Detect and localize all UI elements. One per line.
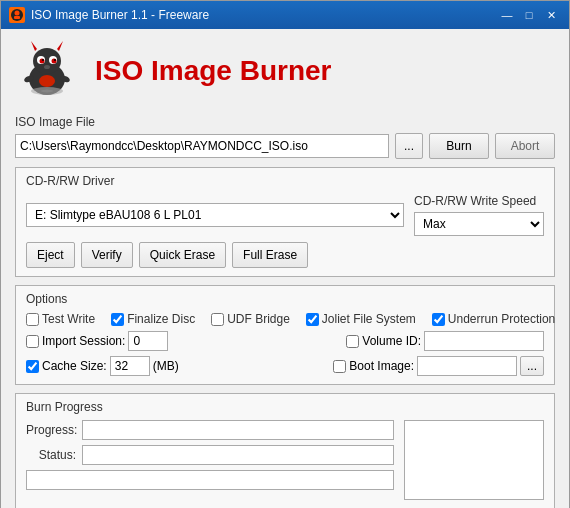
burn-log-area: [404, 420, 544, 500]
cache-size-unit: (MB): [153, 359, 179, 373]
burn-progress-label: Burn Progress: [26, 400, 544, 414]
svg-point-13: [44, 65, 50, 69]
driver-select[interactable]: E: Slimtype eBAU108 6 L PL01: [26, 203, 404, 227]
underrun-label: Underrun Protection: [448, 312, 555, 326]
import-session-label: Import Session:: [42, 334, 125, 348]
maximize-button[interactable]: □: [519, 7, 539, 23]
header-area: ISO Image Burner: [15, 39, 555, 103]
iso-label: ISO Image File: [15, 115, 555, 129]
test-write-checkbox[interactable]: [26, 313, 39, 326]
joliet-label: Joliet File System: [322, 312, 416, 326]
iso-section: ISO Image File ... Burn Abort: [15, 115, 555, 159]
eject-row: Eject Verify Quick Erase Full Erase: [26, 242, 544, 268]
iso-row: ... Burn Abort: [15, 133, 555, 159]
svg-point-1: [15, 11, 20, 16]
svg-marker-6: [57, 41, 63, 51]
progress-row: Progress:: [26, 420, 394, 440]
cache-size-input[interactable]: [110, 356, 150, 376]
abort-button[interactable]: Abort: [495, 133, 555, 159]
import-session-input[interactable]: [128, 331, 168, 351]
verify-button[interactable]: Verify: [81, 242, 133, 268]
options-label: Options: [26, 292, 544, 306]
status-bar-container: [82, 445, 394, 465]
boot-image-item: Boot Image: ...: [333, 356, 544, 376]
progress-left: Progress: Status:: [26, 420, 394, 500]
volume-id-label: Volume ID:: [362, 334, 421, 348]
status-text-label: Status:: [26, 448, 76, 462]
finalize-item: Finalize Disc: [111, 312, 195, 326]
extra-progress-bar: [26, 470, 394, 490]
finalize-checkbox[interactable]: [111, 313, 124, 326]
test-write-item: Test Write: [26, 312, 95, 326]
joliet-item: Joliet File System: [306, 312, 416, 326]
joliet-checkbox[interactable]: [306, 313, 319, 326]
underrun-checkbox[interactable]: [432, 313, 445, 326]
progress-layout: Progress: Status:: [26, 420, 544, 500]
eject-button[interactable]: Eject: [26, 242, 75, 268]
svg-point-11: [42, 59, 44, 61]
speed-col: CD-R/RW Write Speed Max 4x 8x 16x 24x 32…: [414, 194, 544, 236]
close-button[interactable]: ✕: [541, 7, 561, 23]
import-session-checkbox[interactable]: [26, 335, 39, 348]
svg-point-15: [41, 90, 53, 93]
titlebar: ISO Image Burner 1.1 - Freeware — □ ✕: [1, 1, 569, 29]
main-window: ISO Image Burner 1.1 - Freeware — □ ✕: [0, 0, 570, 508]
app-icon: [9, 7, 25, 23]
titlebar-controls: — □ ✕: [497, 7, 561, 23]
test-write-label: Test Write: [42, 312, 95, 326]
boot-image-input[interactable]: [417, 356, 517, 376]
cache-size-label: Cache Size:: [42, 359, 107, 373]
options-section: Options Test Write Finalize Disc UDF Bri…: [15, 285, 555, 385]
iso-path-input[interactable]: [15, 134, 389, 158]
finalize-label: Finalize Disc: [127, 312, 195, 326]
volume-id-item: Volume ID:: [346, 331, 544, 351]
app-logo: [15, 39, 79, 103]
driver-label: CD-R/RW Driver: [26, 174, 544, 188]
boot-image-checkbox[interactable]: [333, 360, 346, 373]
udf-item: UDF Bridge: [211, 312, 290, 326]
status-row: Status:: [26, 445, 394, 465]
titlebar-left: ISO Image Burner 1.1 - Freeware: [9, 7, 209, 23]
cache-size-item: Cache Size: (MB): [26, 356, 179, 376]
progress-text-label: Progress:: [26, 423, 76, 437]
udf-label: UDF Bridge: [227, 312, 290, 326]
volume-id-checkbox[interactable]: [346, 335, 359, 348]
options-grid: Test Write Finalize Disc UDF Bridge Joli…: [26, 312, 544, 376]
svg-point-10: [52, 59, 57, 64]
boot-image-browse-button[interactable]: ...: [520, 356, 544, 376]
app-title: ISO Image Burner: [95, 55, 332, 87]
burn-progress-section: Burn Progress Progress: Status:: [15, 393, 555, 508]
minimize-button[interactable]: —: [497, 7, 517, 23]
speed-select[interactable]: Max 4x 8x 16x 24x 32x 48x: [414, 212, 544, 236]
options-row-1: Test Write Finalize Disc UDF Bridge Joli…: [26, 312, 544, 326]
content-area: ISO Image Burner ISO Image File ... Burn…: [1, 29, 569, 508]
burn-button[interactable]: Burn: [429, 133, 489, 159]
svg-point-12: [54, 59, 56, 61]
driver-row: E: Slimtype eBAU108 6 L PL01 CD-R/RW Wri…: [26, 194, 544, 236]
driver-col: E: Slimtype eBAU108 6 L PL01: [26, 203, 404, 227]
udf-checkbox[interactable]: [211, 313, 224, 326]
svg-point-9: [40, 59, 45, 64]
svg-marker-5: [31, 41, 37, 51]
progress-bar-container: [82, 420, 394, 440]
full-erase-button[interactable]: Full Erase: [232, 242, 308, 268]
browse-button[interactable]: ...: [395, 133, 423, 159]
boot-image-label: Boot Image:: [349, 359, 414, 373]
driver-section: CD-R/RW Driver E: Slimtype eBAU108 6 L P…: [15, 167, 555, 277]
svg-rect-2: [14, 16, 20, 19]
underrun-item: Underrun Protection: [432, 312, 555, 326]
window-title: ISO Image Burner 1.1 - Freeware: [31, 8, 209, 22]
options-row-2: Import Session: Volume ID:: [26, 331, 544, 351]
volume-id-input[interactable]: [424, 331, 544, 351]
quick-erase-button[interactable]: Quick Erase: [139, 242, 226, 268]
cache-size-checkbox[interactable]: [26, 360, 39, 373]
options-row-3: Cache Size: (MB) Boot Image: ...: [26, 356, 544, 376]
import-session-item: Import Session:: [26, 331, 168, 351]
svg-point-18: [39, 75, 55, 87]
speed-label: CD-R/RW Write Speed: [414, 194, 544, 208]
